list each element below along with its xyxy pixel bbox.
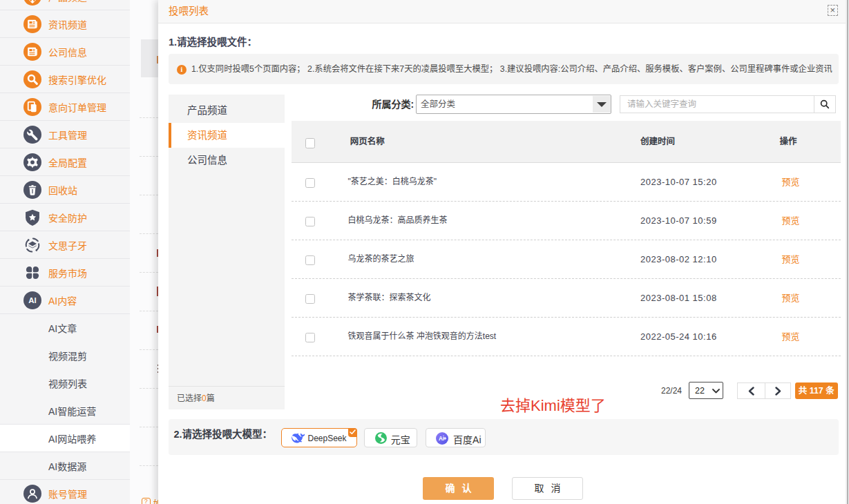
svg-text:AI: AI [28, 296, 37, 304]
svg-text:Ai: Ai [439, 436, 444, 442]
